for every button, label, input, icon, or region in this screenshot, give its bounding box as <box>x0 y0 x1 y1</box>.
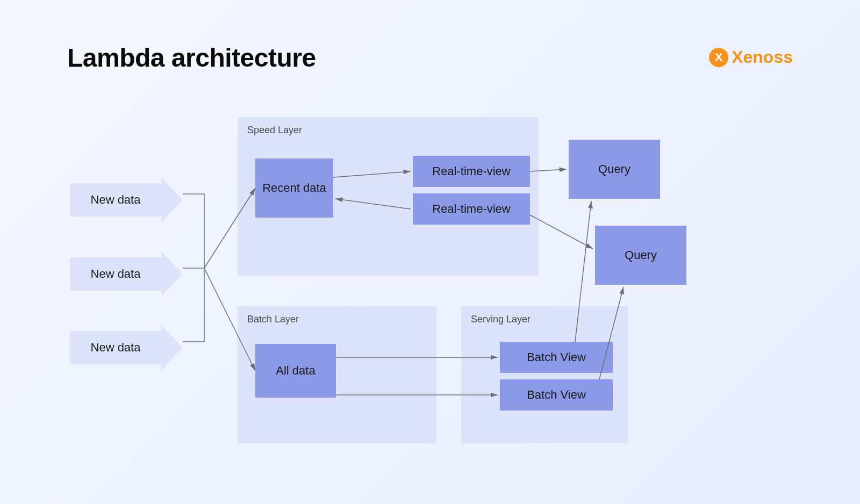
node-recent-data: Recent data <box>255 159 333 218</box>
speed-layer-title: Speed Layer <box>247 125 529 136</box>
node-query-1: Query <box>569 140 660 199</box>
node-query-2: Query <box>595 226 686 285</box>
serving-layer-box: Serving Layer <box>461 306 628 443</box>
arrow-head-icon <box>161 251 183 297</box>
input-label-3: New data <box>70 331 161 364</box>
node-all-data: All data <box>255 344 336 398</box>
input-arrow-2: New data <box>70 251 183 297</box>
arrow-head-icon <box>161 325 183 370</box>
serving-layer-title: Serving Layer <box>471 314 618 325</box>
node-rt-view-2: Real-time-view <box>413 193 530 225</box>
node-batch-view-2: Batch View <box>500 379 613 411</box>
arrow-head-icon <box>161 177 183 222</box>
diagram-canvas: New data New data New data Speed Layer R… <box>0 0 860 504</box>
batch-layer-title: Batch Layer <box>247 314 427 325</box>
node-rt-view-1: Real-time-view <box>413 156 530 187</box>
input-label-1: New data <box>70 183 161 217</box>
input-label-2: New data <box>70 257 161 291</box>
input-arrow-1: New data <box>70 177 183 222</box>
node-batch-view-1: Batch View <box>500 342 613 373</box>
input-arrow-3: New data <box>70 325 183 370</box>
